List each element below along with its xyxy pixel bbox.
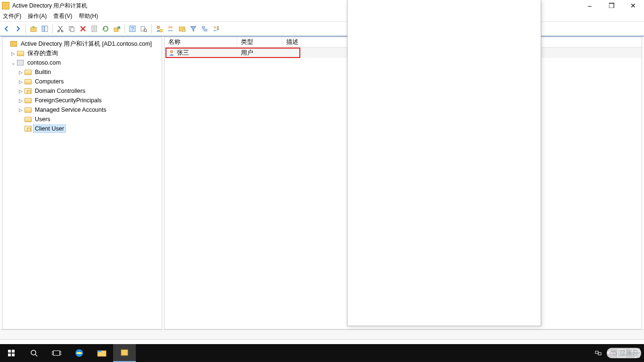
svg-rect-22 <box>182 29 185 32</box>
menu-file[interactable]: 文件(F) <box>3 12 21 20</box>
cell-type: 用户 <box>237 48 282 58</box>
tree-label: Computers <box>33 78 65 85</box>
close-button[interactable]: ✕ <box>622 0 644 11</box>
tree-label: Client User <box>33 125 66 132</box>
new-group-icon[interactable] <box>166 24 175 33</box>
column-header-desc[interactable]: 描述 <box>282 37 348 47</box>
filter-icon[interactable] <box>189 24 198 33</box>
minimize-button[interactable]: – <box>579 0 601 11</box>
tree-label: 保存的查询 <box>26 49 59 58</box>
network-icon[interactable] <box>200 24 209 33</box>
svg-point-26 <box>170 50 173 53</box>
back-icon[interactable] <box>2 24 11 33</box>
forward-icon[interactable] <box>13 24 23 33</box>
tree-item-users[interactable]: Users <box>2 115 162 124</box>
svg-rect-27 <box>8 350 11 353</box>
overlay-window[interactable] <box>347 0 541 326</box>
svg-point-18 <box>160 29 163 32</box>
cell-name-text: 张三 <box>177 49 189 57</box>
svg-rect-29 <box>8 354 11 356</box>
domain-icon <box>17 59 24 66</box>
copy-icon[interactable] <box>67 24 76 33</box>
watermark: 亿速云 <box>607 348 641 358</box>
up-icon[interactable] <box>29 24 38 33</box>
find-icon[interactable] <box>139 24 149 33</box>
svg-rect-11 <box>114 28 118 32</box>
svg-point-20 <box>171 26 173 28</box>
taskbar-aduc[interactable] <box>113 344 136 362</box>
tree-label: Users <box>33 115 52 123</box>
svg-rect-40 <box>595 351 598 354</box>
search-button[interactable] <box>23 344 45 362</box>
toolbar-divider <box>151 24 152 33</box>
ou-icon <box>24 125 32 132</box>
help-icon[interactable]: ? <box>128 24 137 33</box>
expand-icon[interactable]: ▷ <box>17 98 24 103</box>
svg-line-16 <box>146 31 147 32</box>
svg-line-32 <box>35 354 37 356</box>
svg-point-31 <box>31 350 36 355</box>
folder-icon <box>24 116 32 123</box>
new-user-icon[interactable] <box>155 24 164 33</box>
ou-icon <box>24 88 32 94</box>
tree-label: contoso.com <box>26 59 62 66</box>
svg-rect-41 <box>598 353 601 355</box>
svg-rect-24 <box>205 29 207 31</box>
svg-rect-38 <box>98 351 101 352</box>
expand-icon[interactable]: ▷ <box>17 70 24 75</box>
tree-label: ForeignSecurityPrincipals <box>33 97 103 104</box>
properties-icon[interactable] <box>90 24 99 33</box>
work-area: Active Directory 用户和计算机 [AD1.contoso.com… <box>0 36 644 329</box>
expand-icon[interactable]: ▷ <box>17 79 24 84</box>
menu-help[interactable]: 帮助(H) <box>79 12 98 20</box>
tree-panel[interactable]: Active Directory 用户和计算机 [AD1.contoso.com… <box>2 37 162 329</box>
taskbar-explorer[interactable] <box>91 344 113 362</box>
svg-point-19 <box>168 26 171 28</box>
svg-rect-28 <box>12 350 15 353</box>
taskview-button[interactable] <box>45 344 68 362</box>
tree-item-client-user[interactable]: Client User <box>2 124 162 133</box>
misc-icon[interactable] <box>211 24 221 33</box>
user-icon <box>168 49 175 56</box>
cut-icon[interactable] <box>56 24 65 33</box>
collapse-icon[interactable]: ⌄ <box>10 60 17 66</box>
tree-item-computers[interactable]: ▷ Computers <box>2 77 162 86</box>
refresh-icon[interactable] <box>101 24 110 33</box>
tree-item-builtin[interactable]: ▷ Builtin <box>2 67 162 77</box>
svg-text:?: ? <box>131 26 134 32</box>
new-ou-icon[interactable] <box>177 24 187 33</box>
app-node-icon <box>10 41 17 47</box>
titlebar: Active Directory 用户和计算机 – ❐ ✕ <box>0 0 644 11</box>
folder-icon <box>24 69 32 75</box>
column-header-name[interactable]: 名称 <box>165 37 237 47</box>
tree-label: Managed Service Accounts <box>33 106 107 114</box>
cell-desc <box>282 48 348 58</box>
tree-item-domain-controllers[interactable]: ▷ Domain Controllers <box>2 86 162 96</box>
tree-domain[interactable]: ⌄ contoso.com <box>2 58 162 67</box>
tree-item-msa[interactable]: ▷ Managed Service Accounts <box>2 105 162 115</box>
tree-root[interactable]: Active Directory 用户和计算机 [AD1.contoso.com… <box>2 39 162 49</box>
column-header-type[interactable]: 类型 <box>237 37 282 47</box>
showhide-icon[interactable] <box>40 24 50 33</box>
expand-icon[interactable]: ▷ <box>17 107 24 113</box>
svg-rect-23 <box>202 26 205 28</box>
svg-rect-33 <box>53 351 60 355</box>
menubar: 文件(F) 操作(A) 查看(V) 帮助(H) <box>0 11 644 22</box>
expand-icon[interactable]: ▷ <box>17 89 24 94</box>
tree-item-fsp[interactable]: ▷ ForeignSecurityPrincipals <box>2 96 162 105</box>
menu-view[interactable]: 查看(V) <box>53 12 72 20</box>
maximize-button[interactable]: ❐ <box>601 0 622 11</box>
delete-icon[interactable] <box>78 24 88 33</box>
tray-network-icon[interactable] <box>595 349 602 357</box>
tree-saved-queries[interactable]: ▷ 保存的查询 <box>2 49 162 58</box>
svg-rect-14 <box>141 26 145 31</box>
watermark-text: 亿速云 <box>620 349 638 357</box>
menu-action[interactable]: 操作(A) <box>28 12 47 20</box>
start-button[interactable] <box>0 344 23 362</box>
toolbar: ? <box>0 22 644 36</box>
svg-point-17 <box>157 26 160 29</box>
folder-icon <box>24 107 32 113</box>
expand-icon[interactable]: ▷ <box>10 51 17 56</box>
taskbar-ie[interactable] <box>68 344 91 362</box>
export-icon[interactable] <box>112 24 122 33</box>
